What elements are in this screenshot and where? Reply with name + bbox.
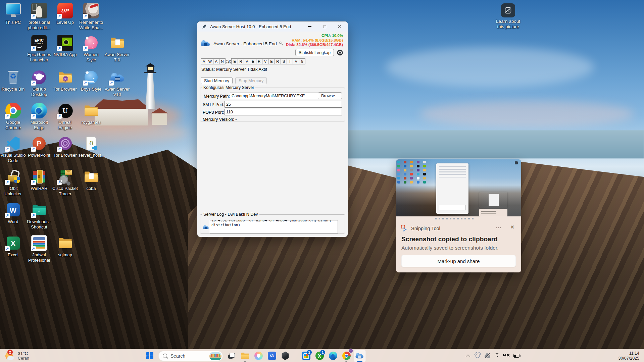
desktop-icon-boys-style[interactable]: ↗Boys Style: [79, 69, 104, 92]
screenshot-preview-thumbnail[interactable]: [396, 159, 521, 221]
browse-button[interactable]: Browse...: [318, 92, 342, 99]
stop-mercury-button[interactable]: Stop Mercury: [235, 77, 267, 84]
tab-v-7[interactable]: V: [244, 58, 250, 64]
close-button[interactable]: [332, 21, 347, 32]
snipping-toast[interactable]: Snipping Tool ⋯ ✕ Screenshot copied to c…: [396, 221, 521, 272]
xbox-button[interactable]: X 1: [313, 350, 326, 362]
tab-e-11[interactable]: E: [268, 58, 275, 64]
battery-icon: [513, 354, 519, 358]
desktop-icon-coba[interactable]: coba: [79, 169, 104, 191]
desktop-icon-github-desktop[interactable]: ↗GitHub Desktop: [27, 69, 52, 97]
start-mercury-button[interactable]: Start Mercury: [201, 77, 233, 84]
file-explorer-icon: [241, 353, 249, 359]
desktop-icon-epic-games-launcher[interactable]: EPICGAMES↗Epic Games Launcher: [27, 35, 52, 63]
search-highlight-image[interactable]: [209, 352, 221, 360]
desktop-icon-iobit-unlocker[interactable]: ↗IObit Unlocker: [0, 169, 26, 197]
pop3-port-input[interactable]: [225, 109, 342, 115]
tab-e-8[interactable]: E: [250, 58, 256, 64]
file-explorer-button[interactable]: [239, 350, 251, 362]
volume-button[interactable]: [504, 353, 510, 359]
desktop-icon-awan-server-70[interactable]: Awan Server 7.0: [104, 35, 130, 63]
tab-5-16[interactable]: 5: [299, 58, 305, 64]
desktop-icon-microsoft-edge[interactable]: ↗Microsoft Edge: [27, 103, 52, 131]
tab-r-9[interactable]: R: [256, 58, 262, 64]
toast-more-button[interactable]: ⋯: [496, 224, 502, 231]
battery-button[interactable]: [513, 353, 519, 359]
server-log-textarea[interactable]: 10:4:52 MariaDB for Win64 on AMD64 (mari…: [210, 220, 338, 234]
desktop-icon-google-chrome[interactable]: ↗Google Chrome: [0, 103, 26, 131]
desktop-icon-label: profesional photo edit...: [27, 20, 52, 31]
tab-v-10[interactable]: V: [262, 58, 268, 64]
edge-taskbar-button[interactable]: [327, 350, 339, 362]
desktop-icon-jadwal-profesional[interactable]: ↗Jadwal Profesional: [27, 235, 52, 263]
search-box[interactable]: [158, 351, 223, 361]
thumbnail-nested-preview: [479, 192, 507, 208]
desktop-icon-women-style[interactable]: ↗Women Style: [79, 35, 104, 63]
thumbnail-taskbar: [396, 216, 521, 221]
microsoft-store-button[interactable]: 1: [300, 350, 312, 362]
tray-app-button[interactable]: [475, 353, 481, 359]
shortcut-arrow-icon: ↗: [31, 114, 36, 119]
tab-r-6[interactable]: R: [238, 58, 244, 64]
taskbar-clock[interactable]: 11:14 30/07/2025: [618, 349, 639, 362]
start-button[interactable]: [144, 350, 156, 362]
letter-tabs: AWANSERVERVERSIV5: [201, 58, 305, 64]
task-view-button[interactable]: [226, 350, 238, 362]
desktop-icon-this-pc[interactable]: This PC: [0, 3, 26, 25]
statistik-lengkap-button[interactable]: Statistik Lengkap: [295, 49, 334, 56]
weather-widget[interactable]: 2 31°C Cerah: [5, 350, 29, 362]
chrome-taskbar-button[interactable]: [340, 350, 352, 362]
tab-i-14[interactable]: I: [287, 58, 293, 64]
tab-a-0[interactable]: A: [201, 58, 207, 64]
desktop-icon-powerpoint[interactable]: P↗PowerPoint: [27, 136, 52, 158]
desktop-icon-rememento[interactable]: ↗Rememento White Sha...: [79, 3, 104, 31]
tab-s-4[interactable]: S: [225, 58, 232, 64]
tab-s-13[interactable]: S: [281, 58, 287, 64]
tray-chevron-button[interactable]: [465, 353, 471, 359]
markup-share-button[interactable]: Mark-up and share: [401, 255, 516, 267]
copilot-button[interactable]: [252, 350, 264, 362]
desktop-icon-nvidia-app[interactable]: ↗NVIDIA App: [52, 35, 78, 57]
smtp-port-input[interactable]: [225, 101, 342, 108]
tab-a-2[interactable]: A: [213, 58, 219, 64]
shortcut-arrow-icon: ↗: [31, 46, 36, 51]
github-icon[interactable]: [337, 50, 343, 56]
desktop-icon-level-up[interactable]: UP↗Level Up: [52, 3, 78, 25]
desktop-icon-awan-server-v10[interactable]: ↗Awan Server V10: [104, 69, 130, 97]
desktop-icon-tor-browser-folder[interactable]: Tor Browser: [52, 69, 78, 92]
desktop-icon-server-host-file[interactable]: { }server_host...: [79, 136, 104, 158]
network-button[interactable]: [494, 353, 500, 359]
desktop-icon-recycle-bin[interactable]: ♻Recycle Bin: [0, 69, 26, 92]
tab-v-15[interactable]: V: [293, 58, 299, 64]
search-input[interactable]: [170, 353, 207, 359]
awan-server-taskbar-button[interactable]: [354, 350, 366, 362]
maximize-button[interactable]: [317, 21, 332, 32]
desktop-icon-downloads-shortcut[interactable]: ↓↗Downloads - Shortcut: [27, 202, 52, 230]
tab-w-1[interactable]: W: [207, 58, 213, 64]
desktop-icon-sqlmap[interactable]: sqlmap: [52, 235, 78, 258]
weather-temp: 31°C: [18, 351, 29, 356]
desktop-icon-excel[interactable]: X↗Excel: [0, 235, 26, 258]
desktop-icon-visual-studio-code[interactable]: ↗Visual Studio Code: [0, 136, 26, 163]
weather-badge: 2: [7, 350, 13, 355]
desktop-icon-tor-browser[interactable]: ↗Tor Browser: [52, 136, 78, 158]
tab-n-3[interactable]: N: [219, 58, 226, 64]
obsidian-button[interactable]: [279, 350, 291, 362]
desktop-icon-photo-editor[interactable]: ↗profesional photo edit...: [27, 3, 52, 31]
desktop-icon-roygames[interactable]: roygames: [79, 103, 104, 125]
desktop-icon-winrar[interactable]: ↗WinRAR: [27, 169, 52, 191]
desktop-icon-unreal-engine[interactable]: U↗Unreal Engine: [52, 103, 78, 131]
onedrive-button[interactable]: [484, 353, 490, 359]
desktop-icon-cisco-packet-tracer[interactable]: ↗Cisco Packet Tracer: [52, 169, 78, 197]
learn-about-picture[interactable]: Learn about this picture: [493, 3, 524, 30]
pop3-port-label: POP3 Port:: [203, 110, 224, 115]
desktop-icon-word[interactable]: W↗Word: [0, 202, 26, 224]
toast-close-button[interactable]: ✕: [510, 224, 514, 230]
tab-e-5[interactable]: E: [231, 58, 238, 64]
tab-r-12[interactable]: R: [275, 58, 281, 64]
mercury-path-input[interactable]: [230, 93, 323, 99]
window-titlebar[interactable]: Awan Server Host 10.0 - Enhanced 5 End: [197, 21, 348, 32]
picture-info-icon[interactable]: [501, 3, 515, 17]
minimize-button[interactable]: [302, 21, 317, 32]
ia-app-button[interactable]: /A: [266, 350, 278, 362]
